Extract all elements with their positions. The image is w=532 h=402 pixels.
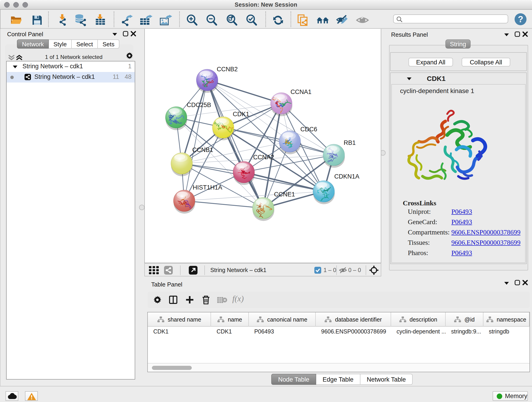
- svg-text:CDK1: CDK1: [233, 111, 249, 118]
- svg-text:CCNA1: CCNA1: [291, 89, 312, 95]
- svg-text:HIST1H1A: HIST1H1A: [193, 184, 222, 191]
- svg-text:RB1: RB1: [344, 139, 356, 146]
- svg-text:CDC25B: CDC25B: [187, 102, 211, 108]
- svg-text:CDKN1A: CDKN1A: [334, 173, 360, 180]
- svg-text:CCNB1: CCNB1: [192, 147, 213, 153]
- svg-text:CCNB2: CCNB2: [217, 66, 238, 73]
- svg-text:CCNA2: CCNA2: [253, 154, 274, 161]
- svg-text:CDC6: CDC6: [300, 126, 317, 133]
- svg-text:?: ?: [518, 14, 523, 24]
- svg-text:CCNE1: CCNE1: [274, 191, 295, 198]
